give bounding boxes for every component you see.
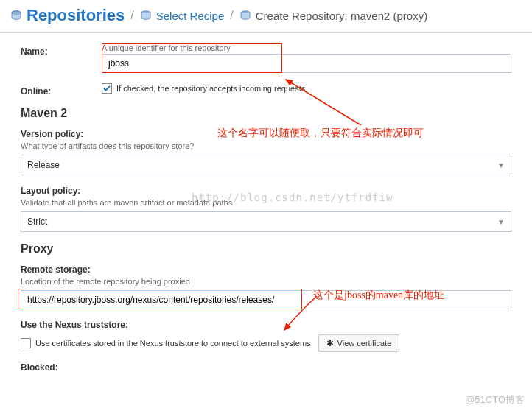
blocked-label: Blocked: (21, 362, 511, 373)
footer-watermark: @51CTO博客 (465, 393, 525, 407)
version-policy-help: What type of artifacts does this reposit… (21, 141, 511, 150)
maven2-title: Maven 2 (21, 107, 511, 120)
watermark: http://blog.csdn.net/ytfrdfiw (192, 192, 393, 203)
database-icon (140, 10, 152, 21)
remote-storage-section: Remote storage: Location of the remote r… (21, 264, 511, 309)
breadcrumb-step2: Create Repository: maven2 (proxy) (256, 10, 427, 22)
database-icon (239, 10, 251, 21)
breadcrumb-sep: / (130, 9, 133, 22)
breadcrumb-sep: / (230, 9, 233, 22)
truststore-section: Use the Nexus truststore: Use certificat… (21, 320, 511, 352)
name-help: A unique identifier for this repository (102, 43, 511, 52)
annotation-text-1: 这个名字可以随便取，只要符合实际情况即可 (217, 127, 424, 140)
checkbox-checked-icon[interactable] (102, 83, 112, 94)
checkbox-unchecked-icon[interactable] (21, 338, 31, 348)
version-policy-select[interactable]: Release ▼ (21, 155, 511, 175)
remote-storage-help: Location of the remote repository being … (21, 277, 511, 286)
online-row: Online: If checked, the repository accep… (21, 83, 511, 96)
breadcrumb-main[interactable]: Repositories (27, 6, 125, 25)
svg-rect-5 (21, 339, 31, 348)
breadcrumb-step1[interactable]: Select Recipe (156, 10, 225, 22)
view-certificate-button[interactable]: ✱ View certificate (318, 334, 400, 352)
name-input[interactable] (102, 54, 511, 73)
online-label: Online: (21, 83, 102, 96)
name-row: Name: A unique identifier for this repos… (21, 43, 511, 73)
truststore-label: Use the Nexus truststore: (21, 320, 511, 330)
chevron-down-icon: ▼ (497, 161, 505, 169)
chevron-down-icon: ▼ (497, 218, 505, 226)
database-icon (10, 10, 22, 21)
remote-storage-label: Remote storage: (21, 264, 511, 275)
online-text: If checked, the repository accepts incom… (116, 84, 305, 93)
layout-policy-select[interactable]: Strict ▼ (21, 211, 511, 232)
version-policy-value: Release (27, 160, 60, 170)
layout-policy-value: Strict (27, 217, 47, 227)
breadcrumb: Repositories / Select Recipe / Create Re… (0, 0, 532, 33)
gear-icon: ✱ (326, 338, 334, 348)
proxy-title: Proxy (21, 242, 511, 256)
name-label: Name: (21, 43, 102, 57)
truststore-text: Use certificates stored in the Nexus tru… (35, 339, 311, 348)
annotation-text-2: 这个是jboss的maven库的地址 (313, 289, 444, 302)
view-certificate-label: View certificate (337, 339, 392, 348)
